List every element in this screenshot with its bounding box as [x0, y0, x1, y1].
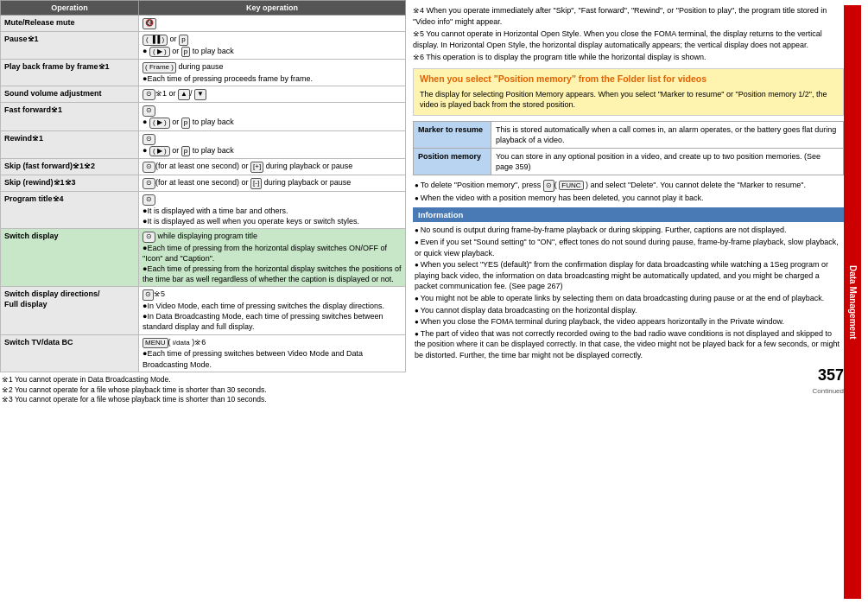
pos-text: You can store in any optional position i…: [491, 149, 844, 175]
key-op: ⊙(for at least one second) or [+] during…: [139, 159, 406, 175]
page-footer: 357 Continued: [413, 365, 844, 396]
op-label: Play back frame by frame※1: [1, 60, 139, 86]
info-label: Information: [413, 207, 844, 222]
key-op: ( ▐▐ ) or p ● ( ▶ ) or p to play back: [139, 31, 406, 60]
table-row: Switch display directions/Full display ⊙…: [1, 287, 406, 334]
table-row: Skip (fast forward)※1※2 ⊙(for at least o…: [1, 159, 406, 175]
op-label: Switch display directions/Full display: [1, 287, 139, 334]
info-item-0: No sound is output during frame-by-frame…: [413, 225, 844, 236]
table-row: Program title※4 ⊙ ●It is displayed with …: [1, 191, 406, 228]
footnote-2: ※2 You cannot operate for a file whose p…: [2, 385, 404, 396]
footnote-3: ※3 You cannot operate for a file whose p…: [2, 395, 404, 405]
table-row: Skip (rewind)※1※3 ⊙(for at least one sec…: [1, 175, 406, 192]
key-op: MENU( i/data )※6 ●Each time of pressing …: [139, 334, 406, 372]
note-6: ※6 This operation is to display the prog…: [413, 52, 844, 63]
highlight-text: The display for selecting Position Memor…: [420, 89, 837, 111]
table-row: Marker to resume This is stored automati…: [414, 121, 844, 148]
pos-label: Marker to resume: [414, 121, 491, 148]
continued-label: Continued: [813, 386, 844, 396]
key-op: ⊙ ● ( ▶ ) or p to play back: [139, 103, 406, 131]
table-row: Play back frame by frame※1 ( Frame ) dur…: [1, 60, 406, 86]
note-5: ※5 You cannot operate in Horizontal Open…: [413, 29, 844, 50]
op-label: Switch TV/data BC: [1, 334, 139, 372]
info-item-5: When you close the FOMA terminal during …: [413, 316, 844, 327]
key-op: ( Frame ) during pause ●Each time of pre…: [139, 60, 406, 86]
table-row: Rewind※1 ⊙ ● ( ▶ ) or p to play back: [1, 130, 406, 159]
right-main: ※4 When you operate immediately after "S…: [413, 5, 861, 599]
col-header-key: Key operation: [139, 1, 406, 16]
col-header-operation: Operation: [1, 1, 139, 16]
highlight-title: When you select "Position memory" from t…: [420, 73, 837, 86]
table-row-switch-display: Switch display ⊙ while displaying progra…: [1, 228, 406, 286]
op-label: Skip (rewind)※1※3: [1, 175, 139, 192]
pos-bullets: To delete "Position memory", press ⊙( FU…: [413, 180, 844, 203]
right-content: ※4 When you operate immediately after "S…: [413, 5, 844, 599]
op-label: Program title※4: [1, 191, 139, 228]
info-item-3: You might not be able to operate links b…: [413, 293, 844, 304]
pos-bullet-1: When the video with a position memory ha…: [413, 193, 844, 204]
page-number: 357: [813, 365, 844, 386]
section-label: Data Management: [844, 5, 861, 599]
operation-table: Operation Key operation Mute/Release mut…: [0, 0, 406, 372]
op-label: Rewind※1: [1, 130, 139, 159]
table-row: Fast forward※1 ⊙ ● ( ▶ ) or p to play ba…: [1, 103, 406, 131]
page-number-area: 357 Continued: [813, 365, 844, 396]
info-item-1: Even if you set "Sound setting" to "ON",…: [413, 237, 844, 258]
pos-bullet-0: To delete "Position memory", press ⊙( FU…: [413, 180, 844, 191]
key-op: 🔇: [139, 16, 406, 32]
info-item-2: When you select "YES (default)" from the…: [413, 259, 844, 292]
pos-text: This is stored automatically when a call…: [491, 121, 844, 148]
table-row: Switch TV/data BC MENU( i/data )※6 ●Each…: [1, 334, 406, 372]
table-row: Position memory You can store in any opt…: [414, 149, 844, 175]
footnotes: ※1 You cannot operate in Data Broadcasti…: [0, 372, 406, 409]
info-content: No sound is output during frame-by-frame…: [413, 225, 844, 360]
pos-label: Position memory: [414, 149, 491, 175]
info-item-4: You cannot display data broadcasting on …: [413, 305, 844, 316]
key-op: ⊙ ● ( ▶ ) or p to play back: [139, 130, 406, 159]
op-label: Mute/Release mute: [1, 16, 139, 32]
info-item-6: The part of video that was not correctly…: [413, 328, 844, 361]
key-op: ⊙※5 ●In Video Mode, each time of pressin…: [139, 287, 406, 334]
pos-memory-table: Marker to resume This is stored automati…: [413, 121, 844, 176]
op-label: Switch display: [1, 228, 139, 286]
right-panel: ※4 When you operate immediately after "S…: [406, 0, 868, 604]
key-op: ⊙(for at least one second) or [-] during…: [139, 175, 406, 192]
table-row: Mute/Release mute 🔇: [1, 16, 406, 32]
op-label: Sound volume adjustment: [1, 86, 139, 103]
note-4: ※4 When you operate immediately after "S…: [413, 5, 844, 27]
key-op: ⊙ while displaying program title ●Each t…: [139, 228, 406, 286]
op-label: Skip (fast forward)※1※2: [1, 159, 139, 175]
op-label: Fast forward※1: [1, 103, 139, 131]
key-op: ⊙※1 or ▲/ ▼: [139, 86, 406, 103]
footnote-1: ※1 You cannot operate in Data Broadcasti…: [2, 375, 404, 385]
left-panel: Operation Key operation Mute/Release mut…: [0, 0, 406, 604]
table-row: Pause※1 ( ▐▐ ) or p ● ( ▶ ) or p to play…: [1, 31, 406, 60]
position-memory-box: When you select "Position memory" from t…: [413, 68, 844, 116]
op-label: Pause※1: [1, 31, 139, 60]
table-row: Sound volume adjustment ⊙※1 or ▲/ ▼: [1, 86, 406, 103]
key-op: ⊙ ●It is displayed with a time bar and o…: [139, 191, 406, 228]
